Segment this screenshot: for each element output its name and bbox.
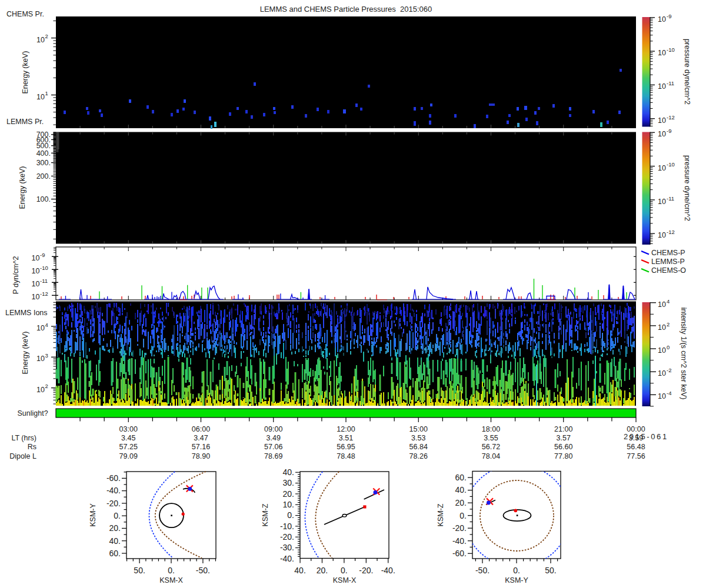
svg-text:15:00: 15:00 [409, 425, 428, 433]
svg-text:CHEMS-P: CHEMS-P [651, 249, 685, 257]
svg-text:60.: 60. [455, 473, 467, 482]
svg-text:10: 10 [658, 198, 666, 206]
svg-text:21:00: 21:00 [554, 425, 572, 433]
svg-text:0.: 0. [513, 566, 520, 575]
svg-text:60.: 60. [109, 549, 121, 558]
svg-text:03:00: 03:00 [119, 425, 138, 433]
svg-text:50.: 50. [134, 566, 145, 575]
svg-text:-9: -9 [667, 128, 671, 134]
svg-text:10: 10 [658, 116, 666, 125]
svg-text:-20.: -20. [106, 499, 121, 508]
svg-text:3.57: 3.57 [557, 434, 571, 442]
svg-text:50.: 50. [545, 566, 556, 575]
svg-text:78.69: 78.69 [264, 452, 282, 460]
svg-text:P dyn/cm^2: P dyn/cm^2 [12, 256, 20, 295]
svg-text:2015-061: 2015-061 [624, 432, 668, 441]
svg-text:10: 10 [36, 36, 45, 44]
svg-text:-12: -12 [667, 229, 675, 235]
svg-text:10: 10 [658, 164, 666, 172]
svg-text:-2: -2 [667, 367, 671, 373]
svg-text:10: 10 [32, 267, 40, 275]
svg-text:0.: 0. [287, 510, 294, 520]
svg-text:20.: 20. [455, 498, 467, 507]
svg-text:0.: 0. [114, 511, 121, 520]
svg-text:3.47: 3.47 [194, 434, 208, 442]
svg-text:-40.: -40. [452, 536, 467, 546]
svg-text:-30.: -30. [280, 543, 294, 552]
svg-text:20.: 20. [283, 489, 294, 499]
svg-text:10: 10 [36, 93, 45, 101]
svg-text:-60.: -60. [106, 473, 121, 483]
svg-text:2: 2 [45, 33, 48, 39]
svg-text:56.84: 56.84 [409, 443, 428, 451]
svg-text:LEMMS Pr.: LEMMS Pr. [6, 118, 44, 126]
svg-text:-20.: -20. [359, 566, 373, 575]
svg-text:-50.: -50. [475, 566, 489, 575]
svg-text:3.53: 3.53 [411, 434, 425, 442]
svg-text:-10: -10 [667, 46, 675, 53]
svg-text:40.: 40. [294, 566, 305, 575]
svg-text:10: 10 [32, 293, 40, 301]
svg-text:KSM-Y: KSM-Y [505, 576, 528, 584]
svg-text:2: 2 [45, 383, 48, 389]
svg-text:79.09: 79.09 [119, 452, 138, 460]
svg-text:Rs: Rs [28, 443, 36, 451]
svg-text:57.25: 57.25 [119, 443, 138, 451]
svg-text:-50.: -50. [196, 566, 210, 575]
svg-text:CHEMS-O: CHEMS-O [651, 266, 686, 275]
svg-text:10: 10 [658, 323, 666, 332]
svg-text:78.26: 78.26 [409, 452, 428, 460]
svg-text:-40.: -40. [106, 486, 121, 495]
svg-text:10: 10 [36, 386, 45, 394]
svg-text:Energy (keV): Energy (keV) [18, 166, 26, 209]
svg-text:-10: -10 [40, 265, 48, 271]
svg-text:40.: 40. [455, 485, 467, 495]
svg-text:-40.: -40. [280, 554, 294, 563]
svg-text:10: 10 [658, 300, 666, 309]
svg-text:10: 10 [658, 49, 666, 57]
svg-text:57.06: 57.06 [264, 443, 282, 451]
svg-text:pressure dyne/cm^2: pressure dyne/cm^2 [683, 39, 691, 105]
svg-text:10: 10 [658, 346, 666, 355]
svg-text:KSM-X: KSM-X [333, 576, 357, 584]
svg-text:-10.: -10. [280, 522, 294, 531]
svg-text:12:00: 12:00 [337, 425, 355, 433]
svg-text:LEMMS Ions: LEMMS Ions [5, 309, 48, 317]
svg-text:100.: 100. [36, 195, 51, 203]
svg-text:-12: -12 [667, 114, 675, 121]
svg-text:56.95: 56.95 [337, 443, 355, 451]
svg-text:10: 10 [658, 231, 666, 239]
svg-text:30.: 30. [283, 478, 294, 487]
svg-text:KSM-Y: KSM-Y [89, 503, 97, 527]
svg-text:-12: -12 [40, 290, 48, 297]
svg-text:4: 4 [667, 298, 670, 305]
svg-text:40.: 40. [109, 536, 121, 546]
svg-text:-11: -11 [40, 278, 48, 284]
svg-text:700.: 700. [36, 131, 51, 139]
svg-text:KSM-Z: KSM-Z [437, 503, 445, 526]
svg-text:10: 10 [36, 324, 45, 332]
svg-text:3.51: 3.51 [339, 434, 353, 442]
svg-text:56.72: 56.72 [482, 443, 500, 451]
svg-text:10.: 10. [283, 500, 294, 509]
svg-text:0: 0 [667, 344, 670, 350]
svg-text:Energy (keV): Energy (keV) [21, 51, 29, 94]
svg-text:LEMMS and CHEMS Particle Press: LEMMS and CHEMS Particle Pressures 2015:… [260, 5, 432, 14]
svg-text:10: 10 [658, 130, 666, 138]
svg-text:200.: 200. [36, 172, 51, 181]
svg-text:0.: 0. [168, 566, 175, 575]
svg-text:Sunlight?: Sunlight? [18, 409, 48, 417]
svg-text:-60.: -60. [452, 549, 467, 558]
svg-text:20.: 20. [109, 523, 121, 533]
svg-text:KSM-Z: KSM-Z [261, 503, 269, 526]
svg-text:-40.: -40. [381, 566, 395, 575]
svg-text:-9: -9 [40, 252, 45, 258]
svg-text:40.: 40. [283, 467, 294, 477]
svg-text:10: 10 [658, 392, 666, 400]
svg-text:09:00: 09:00 [264, 425, 282, 433]
svg-text:-11: -11 [667, 195, 674, 202]
svg-text:10: 10 [36, 355, 45, 363]
svg-text:-9: -9 [667, 13, 671, 19]
svg-text:1: 1 [45, 90, 48, 96]
svg-text:-20.: -20. [280, 532, 294, 542]
